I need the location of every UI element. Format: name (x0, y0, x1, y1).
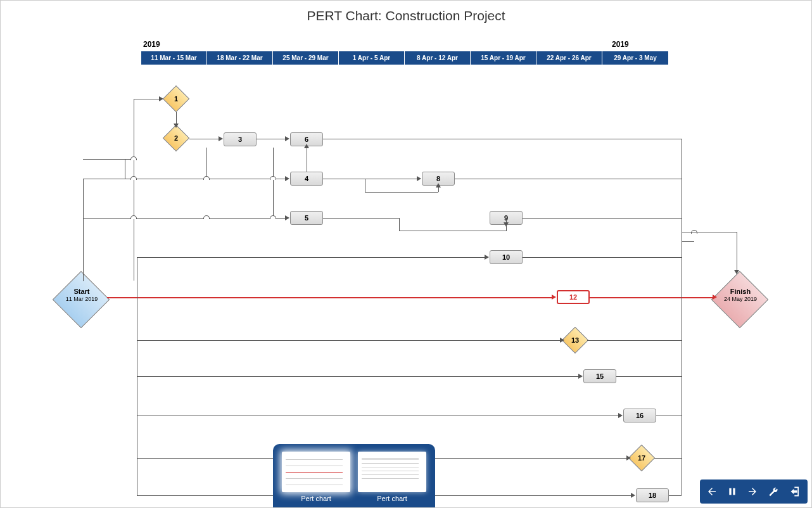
pause-icon (727, 486, 737, 497)
arrow-left-icon (706, 486, 718, 497)
thumb-pert-chart[interactable]: Pert chart (282, 452, 350, 502)
pause-button[interactable] (723, 482, 742, 501)
task-12[interactable]: 12 (557, 290, 590, 304)
milestone-2[interactable]: 2 (163, 125, 189, 151)
toolbar (700, 479, 808, 504)
arrow-right-icon (747, 486, 758, 497)
thumb-list-img (358, 452, 426, 492)
task-18[interactable]: 18 (636, 488, 669, 502)
milestone-13-label: 13 (566, 331, 584, 349)
wrench-icon (767, 486, 778, 497)
task-5[interactable]: 5 (290, 211, 323, 225)
settings-button[interactable] (763, 482, 782, 501)
svg-rect-0 (729, 488, 731, 495)
thumb-pert-caption: Pert chart (282, 495, 350, 502)
milestone-1-label: 1 (167, 90, 185, 108)
exit-button[interactable] (786, 482, 805, 501)
exit-icon (789, 485, 802, 498)
finish-node[interactable] (711, 271, 769, 329)
thumb-list-caption: Pert chart (358, 495, 426, 502)
next-button[interactable] (743, 482, 762, 501)
task-16[interactable]: 16 (623, 409, 656, 422)
start-node[interactable] (53, 271, 110, 329)
milestone-17-label: 17 (633, 449, 650, 467)
prev-button[interactable] (702, 482, 721, 501)
thumb-pert-list[interactable]: Pert chart (358, 452, 426, 502)
thumb-pert-img (282, 452, 350, 492)
milestone-1[interactable]: 1 (163, 86, 189, 112)
task-15[interactable]: 15 (583, 369, 616, 383)
task-10[interactable]: 10 (490, 250, 523, 264)
task-4[interactable]: 4 (290, 172, 323, 186)
task-3[interactable]: 3 (224, 132, 257, 146)
svg-rect-1 (733, 488, 735, 495)
milestone-17[interactable]: 17 (628, 445, 655, 471)
canvas: Start 11 Mar 2019 Finish 24 May 2019 1 2… (1, 1, 812, 508)
milestone-13[interactable]: 13 (562, 327, 588, 353)
milestone-2-label: 2 (167, 129, 185, 147)
view-switcher: Pert chart Pert chart (273, 444, 435, 507)
